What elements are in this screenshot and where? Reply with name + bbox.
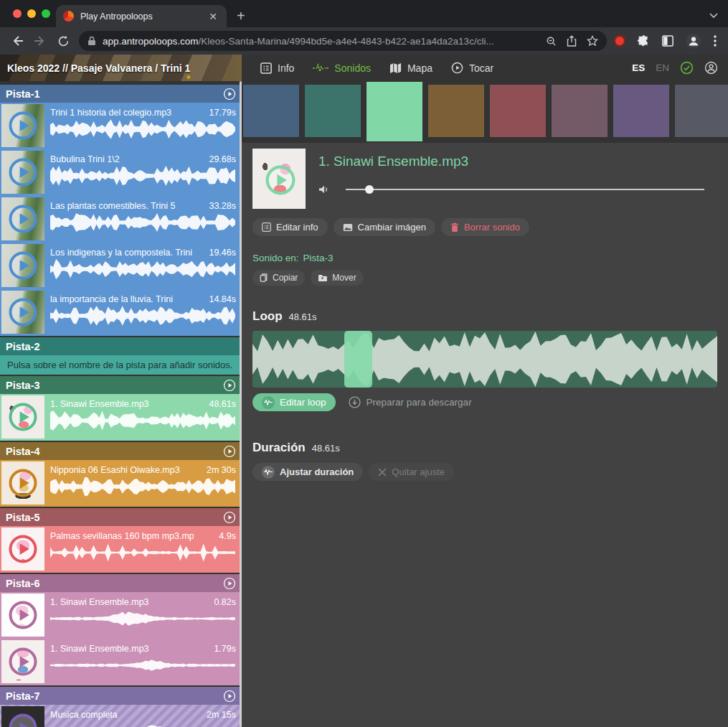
tab-search-chevron-icon[interactable]	[709, 9, 718, 22]
track-header-pista-4[interactable]: Pista-4	[0, 442, 242, 460]
sound-play-button[interactable]	[265, 164, 296, 199]
change-image-button[interactable]: Cambiar imágen	[334, 218, 435, 236]
reload-button[interactable]	[52, 29, 75, 52]
waveform-icon	[313, 62, 328, 74]
tab-sonidos[interactable]: Sonidos	[313, 62, 371, 74]
clip-row[interactable]: Palmas sevillanas 160 bpm mp3.mp34.9s	[0, 526, 242, 573]
track-color-swatch-6[interactable]	[552, 85, 608, 137]
copy-label: Copiar	[273, 273, 298, 283]
forward-button[interactable]	[29, 29, 52, 52]
clip-row[interactable]: Trini 1 historia del colegio.mp317.79s	[0, 103, 242, 149]
track-color-swatch-5[interactable]	[490, 85, 546, 137]
track-header-pista-6[interactable]: Pista-6	[0, 574, 242, 592]
move-button[interactable]: Mover	[311, 270, 363, 286]
clip-play-button[interactable]	[8, 297, 38, 330]
clip-row[interactable]: la importancia de la lluvia. Trini14.84s	[0, 289, 242, 336]
map-preview-breadcrumb[interactable]: Kleos 2022 // Pasaje Valvanera / Trini 1	[0, 55, 242, 81]
lang-es-button[interactable]: ES	[632, 62, 645, 73]
loop-waveform-panel[interactable]	[252, 331, 717, 388]
edit-loop-button[interactable]: Editar loop	[252, 393, 336, 411]
window-close-button[interactable]	[13, 9, 22, 18]
clip-row[interactable]: 1. Sinawi Ensemble.mp30.82s	[0, 592, 242, 639]
track-color-swatch-4[interactable]	[428, 85, 484, 137]
clip-row[interactable]: Bubulina Trini 1\229.68s	[0, 149, 242, 196]
clip-play-button[interactable]	[8, 534, 38, 567]
clip-play-button[interactable]	[8, 647, 38, 680]
track-link[interactable]: Pista-3	[303, 253, 334, 263]
clip-play-button[interactable]	[8, 204, 38, 237]
delete-sound-button[interactable]: Borrar sonido	[441, 218, 529, 236]
track-play-button[interactable]	[223, 690, 236, 703]
track-header-pista-5[interactable]: Pista-5	[0, 508, 242, 526]
clip-row[interactable]: 1. Sinawi Ensemble.mp31.79s	[0, 639, 242, 685]
prepare-download-button[interactable]: Preparar para descargar	[349, 396, 472, 408]
saved-check-icon[interactable]	[680, 61, 694, 75]
clip-row[interactable]: Las plantas comestibles. Trini 533.28s	[0, 196, 242, 243]
new-tab-button[interactable]: +	[237, 9, 245, 23]
track-color-swatch-2[interactable]	[305, 85, 361, 137]
back-button[interactable]	[6, 29, 29, 52]
clip-play-button[interactable]	[8, 111, 38, 144]
track-play-button[interactable]	[223, 445, 236, 458]
volume-slider-knob[interactable]	[365, 185, 374, 194]
track-header-pista-2[interactable]: Pista-2	[0, 337, 242, 355]
window-controls[interactable]	[13, 9, 50, 18]
window-zoom-button[interactable]	[42, 9, 50, 18]
tab-close-icon[interactable]: ✕	[207, 11, 219, 22]
clip-row[interactable]: Los indigenas y la compostela. Trini19.4…	[0, 243, 242, 289]
track-play-button[interactable]	[223, 379, 236, 392]
clip-row[interactable]: Nipponia 06 Esashi Oiwake.mp32m 30s	[0, 460, 242, 507]
clip-play-button[interactable]	[8, 713, 38, 727]
record-extension-icon[interactable]	[614, 35, 625, 47]
edit-info-button[interactable]: Editar info	[252, 218, 328, 236]
track-color-swatch-7[interactable]	[613, 85, 669, 137]
share-icon[interactable]	[567, 35, 577, 47]
browser-menu-icon[interactable]	[714, 35, 717, 47]
clip-row[interactable]: Musica completa2m 15s	[0, 705, 242, 727]
tab-mapa[interactable]: Mapa	[389, 62, 432, 74]
tab-info[interactable]: Info	[260, 62, 294, 74]
bookmark-star-icon[interactable]	[587, 35, 598, 47]
address-bar[interactable]: app.antropoloops.com/Kleos-Santa-Marina/…	[79, 31, 607, 51]
profile-avatar-icon[interactable]	[686, 33, 701, 49]
clip-play-button[interactable]	[8, 600, 38, 633]
copy-button[interactable]: Copiar	[252, 270, 305, 286]
side-panel-icon[interactable]	[662, 35, 673, 47]
clip-duration: 0.82s	[214, 597, 236, 607]
loop-selection-band[interactable]	[344, 331, 372, 388]
track-name: Pista-4	[6, 446, 223, 457]
track-play-button[interactable]	[223, 577, 236, 590]
clip-play-button[interactable]	[8, 468, 38, 501]
track-color-swatch-8[interactable]	[675, 85, 728, 137]
track-play-button[interactable]	[223, 88, 236, 100]
clip-play-button[interactable]	[8, 250, 38, 283]
track-color-swatch-3[interactable]	[367, 82, 422, 141]
extensions-puzzle-icon[interactable]	[638, 35, 650, 47]
clip-thumbnail	[1, 291, 44, 334]
volume-slider[interactable]	[346, 189, 704, 190]
clip-meta: Trini 1 historia del colegio.mp317.79s	[50, 103, 242, 118]
clip-meta: 1. Sinawi Ensemble.mp348.61s	[50, 394, 242, 409]
clip-row[interactable]: 1. Sinawi Ensemble.mp348.61s	[0, 394, 242, 441]
clip-duration: 33.28s	[209, 201, 236, 211]
browser-tab[interactable]: Play Antropoloops ✕	[56, 5, 227, 27]
remove-adjust-button[interactable]: Quitar ajuste	[369, 463, 454, 481]
track-color-swatch-1[interactable]	[243, 85, 299, 137]
adjust-duration-button[interactable]: Ajustar duración	[252, 463, 363, 481]
account-icon[interactable]	[704, 61, 718, 75]
clip-play-button[interactable]	[8, 157, 38, 190]
sidebar-scrollbar[interactable]	[240, 81, 242, 727]
track-header-pista-3[interactable]: Pista-3	[0, 376, 242, 394]
tab-tocar[interactable]: Tocar	[451, 62, 493, 74]
clip-thumbnail	[1, 104, 44, 147]
track-play-button[interactable]	[223, 511, 236, 524]
track-header-pista-1[interactable]: Pista-1	[0, 85, 242, 103]
sound-thumbnail[interactable]	[252, 149, 306, 209]
lang-en-button[interactable]: EN	[656, 62, 669, 73]
zoom-page-icon[interactable]	[546, 36, 557, 47]
site-favicon	[63, 11, 74, 22]
window-minimize-button[interactable]	[27, 9, 36, 18]
track-header-pista-7[interactable]: Pista-7	[0, 687, 242, 705]
clip-thumbnail	[1, 395, 44, 438]
clip-play-button[interactable]	[8, 402, 38, 435]
